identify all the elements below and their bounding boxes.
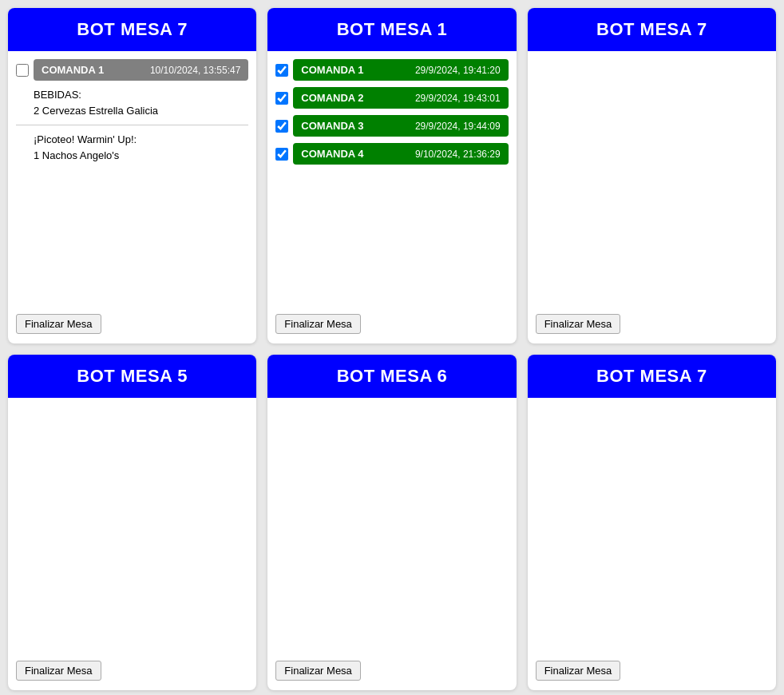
comanda-row-2-4: COMANDA 49/10/2024, 21:36:29 [275,143,508,165]
comanda-row-2-3: COMANDA 329/9/2024, 19:44:09 [275,115,508,137]
card-5: BOT MESA 6Finalizar Mesa [267,355,516,690]
card-1-footer: Finalizar Mesa [8,308,256,344]
comanda-label-2-3: COMANDA 329/9/2024, 19:44:09 [293,115,508,137]
card-3: BOT MESA 7Finalizar Mesa [528,8,776,344]
comanda-detail-items-1-1-2: 1 Nachos Angelo's [34,148,248,164]
comanda-checkbox-1-1[interactable] [16,64,29,77]
card-2-title: BOT MESA 1 [267,8,516,51]
card-6-footer: Finalizar Mesa [528,654,776,690]
comanda-row-2-2: COMANDA 229/9/2024, 19:43:01 [275,87,508,109]
card-3-title: BOT MESA 7 [528,8,776,51]
comanda-time-2-1: 29/9/2024, 19:41:20 [415,65,501,76]
comanda-time-2-3: 29/9/2024, 19:44:09 [415,121,501,132]
finalizar-btn-4[interactable]: Finalizar Mesa [16,661,101,681]
card-2-footer: Finalizar Mesa [267,308,516,344]
card-4-footer: Finalizar Mesa [8,654,256,690]
comanda-detail-1-1-1: BEBIDAS:2 Cervezas Estrella Galicia [34,87,248,118]
comanda-detail-section-1-1-1: BEBIDAS: [34,87,248,103]
comanda-checkbox-2-1[interactable] [275,64,288,77]
card-1: BOT MESA 7COMANDA 110/10/2024, 13:55:47B… [8,8,256,344]
cards-grid: BOT MESA 7COMANDA 110/10/2024, 13:55:47B… [8,8,776,690]
card-5-body [267,398,516,654]
comanda-name-2-3: COMANDA 3 [301,120,363,132]
comanda-name-2-1: COMANDA 1 [301,64,363,76]
comanda-time-1-1: 10/10/2024, 13:55:47 [150,65,240,76]
comanda-checkbox-2-2[interactable] [275,92,288,105]
finalizar-btn-5[interactable]: Finalizar Mesa [275,661,361,681]
card-3-footer: Finalizar Mesa [528,308,776,344]
card-4-title: BOT MESA 5 [8,355,256,398]
comanda-label-2-4: COMANDA 49/10/2024, 21:36:29 [293,143,508,165]
finalizar-btn-6[interactable]: Finalizar Mesa [536,661,621,681]
card-5-footer: Finalizar Mesa [267,654,516,690]
comanda-name-1-1: COMANDA 1 [42,64,104,76]
comanda-name-2-2: COMANDA 2 [301,92,363,104]
card-2-body: COMANDA 129/9/2024, 19:41:20COMANDA 229/… [267,51,516,308]
comanda-label-2-1: COMANDA 129/9/2024, 19:41:20 [293,59,508,81]
comanda-row-1-1: COMANDA 110/10/2024, 13:55:47 [16,59,248,81]
finalizar-btn-2[interactable]: Finalizar Mesa [275,314,361,334]
divider [16,125,248,125]
comanda-detail-section-1-1-2: ¡Picoteo! Warmin' Up!: [34,132,248,148]
card-6: BOT MESA 7Finalizar Mesa [528,355,776,690]
comanda-name-2-4: COMANDA 4 [301,148,363,160]
card-5-title: BOT MESA 6 [267,355,516,398]
comanda-label-2-2: COMANDA 229/9/2024, 19:43:01 [293,87,508,109]
card-3-body [528,51,776,308]
finalizar-btn-3[interactable]: Finalizar Mesa [536,314,621,334]
card-4: BOT MESA 5Finalizar Mesa [8,355,256,690]
card-2: BOT MESA 1COMANDA 129/9/2024, 19:41:20CO… [267,8,516,344]
comanda-label-1-1: COMANDA 110/10/2024, 13:55:47 [34,59,248,81]
comanda-detail-1-1-2: ¡Picoteo! Warmin' Up!:1 Nachos Angelo's [34,132,248,163]
comanda-detail-items-1-1-1: 2 Cervezas Estrella Galicia [34,103,248,119]
comanda-row-2-1: COMANDA 129/9/2024, 19:41:20 [275,59,508,81]
finalizar-btn-1[interactable]: Finalizar Mesa [16,314,101,334]
comanda-checkbox-2-4[interactable] [275,148,288,161]
card-4-body [8,398,256,654]
card-6-body [528,398,776,654]
comanda-time-2-2: 29/9/2024, 19:43:01 [415,93,501,104]
comanda-time-2-4: 9/10/2024, 21:36:29 [415,149,501,160]
card-1-body: COMANDA 110/10/2024, 13:55:47BEBIDAS:2 C… [8,51,256,308]
card-1-title: BOT MESA 7 [8,8,256,51]
comanda-checkbox-2-3[interactable] [275,120,288,133]
card-6-title: BOT MESA 7 [528,355,776,398]
